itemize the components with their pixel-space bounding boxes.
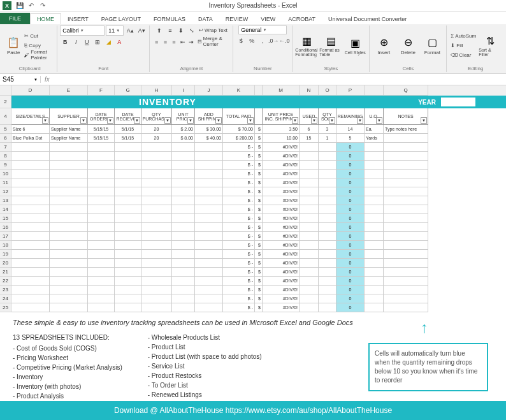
cell[interactable]: [300, 286, 319, 294]
filter-icon[interactable]: ▼: [107, 117, 113, 124]
cell[interactable]: #DIV/0!: [263, 241, 300, 250]
cell[interactable]: $: [255, 268, 263, 277]
row-header[interactable]: 14: [0, 205, 11, 214]
cell[interactable]: [384, 250, 428, 259]
column-header[interactable]: N: [300, 85, 319, 96]
cell[interactable]: [141, 232, 172, 241]
cell[interactable]: $: [255, 161, 263, 170]
cell[interactable]: [365, 187, 384, 196]
cell[interactable]: [50, 143, 88, 152]
cell[interactable]: [319, 250, 336, 259]
cell[interactable]: $: [255, 259, 263, 268]
cell[interactable]: [11, 170, 50, 178]
cell[interactable]: $ -: [223, 294, 255, 303]
font-name-select[interactable]: Calibri▼: [60, 25, 105, 36]
cell[interactable]: [88, 259, 115, 268]
cell[interactable]: [300, 143, 319, 152]
filter-icon[interactable]: ▼: [421, 117, 427, 124]
cell[interactable]: $: [255, 134, 263, 143]
cell[interactable]: [115, 277, 141, 286]
cell[interactable]: $ 70.00: [223, 125, 255, 134]
cell[interactable]: 3.50: [263, 125, 300, 134]
cell[interactable]: [384, 223, 428, 232]
cell[interactable]: #DIV/0!: [263, 294, 300, 303]
format-as-table-button[interactable]: ▤Format as Table: [319, 34, 342, 57]
underline-button[interactable]: U: [82, 37, 92, 47]
cell[interactable]: [195, 250, 223, 259]
cell[interactable]: [50, 241, 88, 250]
align-bottom-icon[interactable]: ⬇: [176, 25, 186, 36]
row-header[interactable]: 21: [0, 268, 11, 277]
row-header[interactable]: 12: [0, 187, 11, 196]
row-header[interactable]: 15: [0, 214, 11, 223]
cell[interactable]: [365, 161, 384, 170]
cell[interactable]: [11, 294, 50, 303]
cell[interactable]: #DIV/0!: [263, 187, 300, 196]
cell[interactable]: 0: [336, 205, 365, 214]
cell[interactable]: Size 6: [11, 125, 50, 134]
row-header[interactable]: 6: [0, 134, 11, 143]
cell[interactable]: $ -: [223, 196, 255, 205]
cell[interactable]: [115, 161, 141, 170]
cell[interactable]: [319, 152, 336, 161]
cell[interactable]: [141, 196, 172, 205]
cell[interactable]: $: [255, 152, 263, 161]
cell[interactable]: $: [255, 178, 263, 187]
row-header[interactable]: 18: [0, 241, 11, 250]
cell[interactable]: [88, 303, 115, 312]
cell[interactable]: [319, 232, 336, 241]
filter-icon[interactable]: ▼: [376, 117, 382, 124]
border-button[interactable]: ⊞: [92, 37, 103, 47]
cell[interactable]: [88, 152, 115, 161]
cell[interactable]: Supplier Name: [50, 125, 88, 134]
cell[interactable]: $: [255, 241, 263, 250]
cell[interactable]: [50, 259, 88, 268]
cell-styles-button[interactable]: ▣Cell Styles: [343, 36, 366, 55]
cell[interactable]: #DIV/0!: [263, 223, 300, 232]
cell[interactable]: [384, 259, 428, 268]
cell[interactable]: [11, 259, 50, 268]
cell[interactable]: Supplier Name: [50, 134, 88, 143]
cell[interactable]: 0: [336, 259, 365, 268]
cell[interactable]: $ -: [223, 170, 255, 178]
cell[interactable]: [195, 241, 223, 250]
table-column-header[interactable]: QTY SOLD▼: [319, 108, 336, 125]
cell[interactable]: [141, 205, 172, 214]
cell[interactable]: [172, 286, 195, 294]
cell[interactable]: [300, 277, 319, 286]
cell[interactable]: 0: [336, 214, 365, 223]
undo-icon[interactable]: ↶: [27, 1, 36, 10]
filter-icon[interactable]: ▼: [215, 117, 222, 124]
cell[interactable]: [11, 178, 50, 187]
cell[interactable]: [319, 241, 336, 250]
column-header[interactable]: P: [336, 85, 365, 96]
cell[interactable]: [172, 259, 195, 268]
cell[interactable]: [365, 196, 384, 205]
cell[interactable]: $ -: [223, 143, 255, 152]
cell[interactable]: [172, 277, 195, 286]
cell[interactable]: [50, 303, 88, 312]
cell[interactable]: #DIV/0!: [263, 277, 300, 286]
align-middle-icon[interactable]: ≡: [165, 25, 175, 36]
cell[interactable]: [115, 178, 141, 187]
redo-icon[interactable]: ↷: [38, 1, 47, 10]
cell[interactable]: [365, 232, 384, 241]
cell[interactable]: $: [255, 187, 263, 196]
cell[interactable]: [365, 286, 384, 294]
cell[interactable]: [115, 205, 141, 214]
cell[interactable]: [50, 214, 88, 223]
copy-button[interactable]: ⎘Copy: [23, 41, 54, 50]
cell[interactable]: [365, 143, 384, 152]
cell[interactable]: #DIV/0!: [263, 170, 300, 178]
cell[interactable]: [172, 143, 195, 152]
cell[interactable]: [88, 196, 115, 205]
cell[interactable]: [11, 250, 50, 259]
cell[interactable]: [384, 214, 428, 223]
paste-button[interactable]: 📋Paste: [5, 36, 22, 55]
font-color-button[interactable]: A: [114, 37, 124, 47]
insert-button[interactable]: ⊕Insert: [372, 36, 395, 55]
cell[interactable]: [300, 303, 319, 312]
cell[interactable]: [365, 277, 384, 286]
currency-icon[interactable]: $: [236, 36, 246, 46]
merge-center-button[interactable]: ⊟Merge & Center: [196, 37, 231, 46]
